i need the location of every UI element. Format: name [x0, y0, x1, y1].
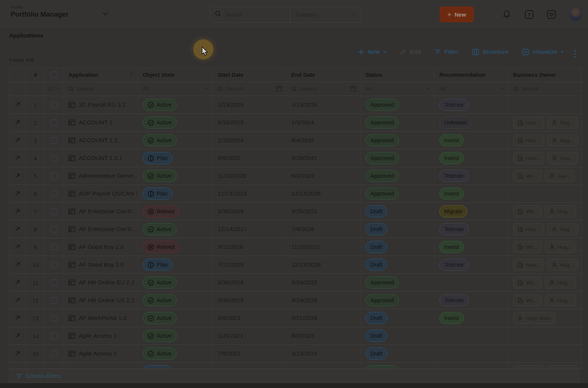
toolbar-filter-button[interactable]: Filter	[434, 48, 459, 55]
row-checkbox[interactable]	[51, 102, 58, 108]
owner-chip-org[interactable]: Wil...	[513, 170, 542, 182]
application-name-link[interactable]: A AF Good Buy 2.0	[68, 244, 124, 250]
owner-chip-org[interactable]: Hea...	[513, 365, 544, 369]
application-name-link[interactable]: A ADP Payroll US/CAN 3	[68, 190, 138, 197]
header-num[interactable]: #	[26, 68, 45, 82]
application-name-link[interactable]: A Agile Access 2	[68, 350, 117, 357]
header-start-date[interactable]: Start Date	[213, 68, 287, 82]
row-checkbox[interactable]	[51, 351, 58, 357]
application-name-link[interactable]: A AF Good Buy 3.0	[68, 261, 124, 268]
open-fact-sheet-icon[interactable]	[15, 315, 20, 321]
avatar[interactable]	[569, 8, 582, 21]
application-name-link[interactable]: A AF HR Online US 2.2 ...	[68, 297, 138, 304]
toolbar-new-button[interactable]: New	[358, 48, 386, 55]
owner-chip-person[interactable]: Hug...	[545, 241, 576, 253]
owner-chip-person[interactable]: Hug...	[547, 259, 578, 271]
owner-chip-person[interactable]: Hug...	[545, 276, 576, 289]
owner-chip-person[interactable]: Jua...	[545, 170, 575, 182]
row-checkbox[interactable]	[51, 137, 58, 144]
filter-business-owner[interactable]: Search	[509, 82, 582, 96]
open-fact-sheet-icon[interactable]	[15, 208, 20, 215]
open-fact-sheet-icon[interactable]	[15, 297, 20, 304]
calendar-icon[interactable]	[276, 85, 282, 93]
search-input[interactable]: Search	[225, 11, 290, 18]
header-object-state[interactable]: Object State	[138, 68, 213, 82]
open-fact-sheet-icon[interactable]	[15, 191, 20, 197]
owner-chip-person[interactable]: Hug...	[547, 116, 578, 129]
row-checkbox[interactable]	[51, 120, 58, 126]
application-name-link[interactable]: A Agile Access 1	[68, 332, 117, 339]
open-fact-sheet-icon[interactable]	[15, 262, 20, 268]
toolbar-visualize-button[interactable]: Visualize	[522, 48, 564, 55]
header-business-owner[interactable]: Business Owner	[509, 68, 582, 82]
row-checkbox[interactable]	[51, 315, 58, 321]
application-name-link[interactable]: A AF HR Online EU 2.2 ...	[68, 279, 138, 286]
owner-search-input[interactable]: Search	[521, 86, 539, 92]
application-name-link[interactable]: A ACCOUNT 1	[68, 119, 112, 126]
owner-chip-person[interactable]: Hug...	[547, 365, 578, 369]
sort-ascending-icon[interactable]	[129, 71, 133, 78]
category-select[interactable]: Category	[290, 11, 361, 18]
header-application[interactable]: Application	[64, 68, 138, 82]
owner-chip-person[interactable]: Hugo Boss	[513, 312, 555, 324]
row-checkbox[interactable]	[51, 244, 58, 250]
more-options-icon[interactable]	[571, 49, 578, 58]
open-fact-sheet-icon[interactable]	[15, 244, 20, 250]
filter-start-date[interactable]: Search	[213, 82, 287, 96]
open-fact-sheet-icon[interactable]	[15, 333, 20, 339]
header-status[interactable]: Status	[361, 68, 435, 82]
owner-chip-org[interactable]: Hea...	[513, 223, 544, 235]
row-checkbox[interactable]	[51, 191, 58, 197]
application-name-link[interactable]: A 1C Payroll RU 3.2	[68, 101, 126, 108]
owner-chip-org[interactable]: Hea...	[513, 152, 544, 164]
filter-recommendation[interactable]: All	[435, 82, 509, 96]
filter-object-state[interactable]: All	[138, 82, 213, 96]
owner-chip-person[interactable]: Hug...	[547, 152, 578, 164]
start-date-search-input[interactable]: Search	[226, 86, 243, 92]
favorites-icon[interactable]	[547, 10, 557, 20]
application-name-link[interactable]: A AF Enterprise ConTr...	[68, 208, 137, 215]
calendar-icon[interactable]	[350, 85, 356, 93]
column-filters-bar[interactable]: Column Filters	[9, 369, 579, 383]
open-fact-sheet-icon[interactable]	[15, 351, 20, 357]
header-end-date[interactable]: End Date	[287, 68, 361, 82]
open-fact-sheet-icon[interactable]	[15, 155, 20, 161]
row-checkbox[interactable]	[51, 262, 58, 268]
owner-chip-person[interactable]: Hug...	[547, 223, 578, 235]
new-button-primary[interactable]: + New	[440, 6, 474, 22]
owner-chip-org[interactable]: Hea...	[513, 134, 544, 146]
filter-application[interactable]: Search	[64, 82, 138, 96]
owner-chip-person[interactable]: Hug...	[545, 205, 576, 217]
profile-switcher[interactable]: Profile Portfolio Manager	[11, 5, 108, 19]
application-name-link[interactable]: A AF Enterprise ConTr...	[68, 226, 137, 233]
owner-chip-org[interactable]: Wil...	[513, 205, 542, 217]
row-checkbox[interactable]	[51, 173, 58, 179]
owner-chip-org[interactable]: Wil...	[513, 276, 542, 289]
open-fact-sheet-icon[interactable]	[15, 137, 20, 144]
application-search-input[interactable]: Search	[77, 86, 94, 92]
owner-chip-org[interactable]: Hea...	[513, 259, 544, 271]
row-checkbox[interactable]	[51, 226, 58, 233]
row-checkbox[interactable]	[51, 208, 58, 215]
application-name-link[interactable]: A ACCOUNT 1.2.1	[68, 155, 122, 161]
open-fact-sheet-icon[interactable]	[15, 120, 20, 126]
toolbar-structure-button[interactable]: Structure	[472, 48, 509, 55]
row-checkbox[interactable]	[51, 279, 58, 286]
row-checkbox[interactable]	[51, 333, 58, 339]
application-name-link[interactable]: A ACCOUNT 1.2	[68, 137, 117, 144]
row-checkbox[interactable]	[51, 297, 58, 304]
filter-status[interactable]: All	[361, 82, 435, 96]
open-fact-sheet-icon[interactable]	[15, 279, 20, 286]
application-name-link[interactable]: A AF WorkPortal 1.0	[68, 315, 126, 321]
open-fact-sheet-icon[interactable]	[15, 173, 20, 179]
row-checkbox[interactable]	[51, 155, 58, 161]
owner-chip-org[interactable]: Wil...	[513, 294, 542, 306]
toolbar-edit-button[interactable]: Edit	[400, 48, 421, 55]
header-recommendation[interactable]: Recommendation	[435, 68, 509, 82]
select-all-checkbox[interactable]	[51, 71, 58, 78]
filter-end-date[interactable]: Search	[287, 82, 361, 96]
owner-chip-person[interactable]: Hug...	[545, 294, 576, 306]
open-fact-sheet-icon[interactable]	[15, 102, 20, 108]
end-date-search-input[interactable]: Search	[300, 86, 317, 92]
owner-chip-org[interactable]: Wil...	[513, 241, 542, 253]
